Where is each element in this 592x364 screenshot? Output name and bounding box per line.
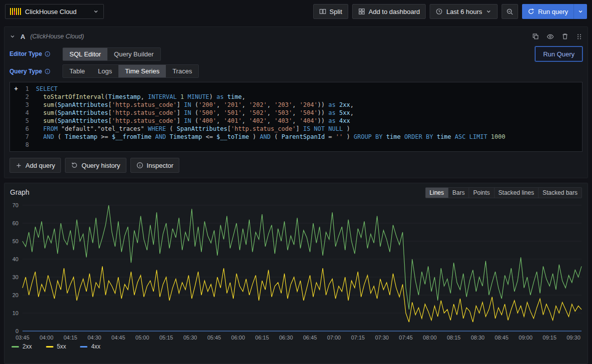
- svg-text:40: 40: [12, 256, 18, 262]
- svg-text:60: 60: [12, 220, 18, 226]
- inspector-button[interactable]: Inspector: [130, 158, 179, 173]
- legend-label: 4xx: [91, 343, 100, 350]
- svg-text:04:30: 04:30: [87, 335, 101, 341]
- code-text: AND ( Timestamp >= $__fromTime AND Times…: [36, 133, 506, 141]
- drag-handle-icon[interactable]: [576, 33, 583, 40]
- svg-text:0: 0: [15, 328, 18, 334]
- svg-text:09:15: 09:15: [543, 335, 557, 341]
- line-number: 4: [20, 109, 29, 117]
- line-number: 1: [20, 85, 29, 93]
- add-query-button[interactable]: Add query: [9, 158, 61, 173]
- inspector-label: Inspector: [147, 162, 173, 169]
- query-type-label: Query Type: [9, 68, 62, 75]
- svg-text:10: 10: [12, 310, 18, 316]
- svg-text:05:00: 05:00: [135, 335, 149, 341]
- info-icon: [44, 68, 50, 74]
- chevron-down-icon: [93, 8, 99, 14]
- topbar: ClickHouse Cloud Split Add to dashboard …: [0, 0, 592, 23]
- clock-icon: [436, 8, 443, 15]
- mode-points[interactable]: Points: [469, 188, 494, 198]
- legend-item-2xx[interactable]: 2xx: [11, 343, 32, 350]
- code-text: toStartOfInterval(Timestamp, INTERVAL 1 …: [36, 93, 245, 101]
- code-lines: +1SELECT2 toStartOfInterval(Timestamp, I…: [12, 85, 580, 149]
- dashboard-grid-icon: [358, 8, 365, 15]
- mode-stacked-lines[interactable]: Stacked lines: [495, 188, 539, 198]
- tab-time-series[interactable]: Time Series: [118, 65, 166, 77]
- mode-bars[interactable]: Bars: [449, 188, 470, 198]
- query-type-row: Query Type Table Logs Time Series Traces: [9, 64, 583, 78]
- plus-icon: [15, 162, 22, 169]
- zoom-out-icon: [506, 8, 514, 15]
- line-number: 5: [20, 117, 29, 125]
- code-line: 7 AND ( Timestamp >= $__fromTime AND Tim…: [12, 133, 580, 141]
- zoom-out-button[interactable]: [502, 4, 518, 19]
- query-header-actions: [532, 33, 583, 40]
- tab-sql-editor[interactable]: SQL Editor: [63, 48, 107, 60]
- chevron-down-icon: [486, 8, 492, 14]
- legend-swatch: [80, 346, 87, 348]
- query-history-button[interactable]: Query history: [65, 158, 126, 173]
- query-datasource-hint: (ClickHouse Cloud): [30, 33, 84, 40]
- svg-text:08:15: 08:15: [447, 335, 461, 341]
- add-query-label: Add query: [25, 162, 55, 169]
- run-query-button[interactable]: Run query: [522, 4, 574, 19]
- graph-legend: 2xx5xx4xx: [4, 343, 588, 353]
- split-label: Split: [330, 8, 342, 15]
- svg-text:04:45: 04:45: [111, 335, 125, 341]
- collapse-chevron-icon[interactable]: [9, 33, 15, 39]
- code-text: FROM "default"."otel_traces" WHERE ( Spa…: [36, 125, 350, 133]
- line-number: 3: [20, 101, 29, 109]
- tab-query-builder[interactable]: Query Builder: [107, 48, 160, 60]
- line-number: 2: [20, 93, 29, 101]
- line-number: 7: [20, 133, 29, 141]
- svg-text:07:45: 07:45: [399, 335, 413, 341]
- code-line: 5 sum(SpanAttributes['http.status_code']…: [12, 117, 580, 125]
- code-text: SELECT: [36, 85, 57, 93]
- eye-icon[interactable]: [547, 33, 554, 40]
- svg-text:09:00: 09:00: [519, 335, 533, 341]
- svg-text:08:00: 08:00: [423, 335, 437, 341]
- run-query-dropdown[interactable]: [574, 4, 587, 19]
- legend-item-4xx[interactable]: 4xx: [80, 343, 100, 350]
- code-line: +1SELECT: [12, 85, 580, 93]
- code-line: 2 toStartOfInterval(Timestamp, INTERVAL …: [12, 93, 580, 101]
- tab-logs[interactable]: Logs: [91, 65, 118, 77]
- legend-swatch: [11, 346, 19, 348]
- code-line: 8: [12, 141, 580, 149]
- duplicate-query-icon[interactable]: [532, 33, 539, 40]
- svg-text:08:30: 08:30: [471, 335, 485, 341]
- time-range-label: Last 6 hours: [446, 8, 482, 15]
- mode-lines[interactable]: Lines: [426, 188, 449, 198]
- legend-label: 5xx: [57, 343, 66, 350]
- query-history-label: Query history: [81, 162, 120, 169]
- code-text: sum(SpanAttributes['http.status_code'] I…: [36, 117, 350, 125]
- svg-text:07:15: 07:15: [351, 335, 365, 341]
- tab-table[interactable]: Table: [63, 65, 91, 77]
- editor-type-label-text: Editor Type: [9, 50, 42, 57]
- graph-header: Graph LinesBarsPointsStacked linesStacke…: [4, 183, 588, 199]
- mode-stacked-bars[interactable]: Stacked bars: [539, 188, 582, 198]
- trash-icon[interactable]: [562, 33, 569, 40]
- svg-text:07:30: 07:30: [375, 335, 389, 341]
- run-query-panel-button[interactable]: Run Query: [535, 46, 583, 61]
- add-to-dashboard-button[interactable]: Add to dashboard: [352, 4, 426, 19]
- svg-text:05:30: 05:30: [183, 335, 197, 341]
- timeseries-chart[interactable]: 01020304050607003:4504:0004:1504:3004:45…: [5, 200, 588, 343]
- sql-code-editor[interactable]: +1SELECT2 toStartOfInterval(Timestamp, I…: [9, 82, 583, 152]
- legend-label: 2xx: [22, 343, 32, 350]
- svg-text:06:15: 06:15: [255, 335, 269, 341]
- svg-text:05:15: 05:15: [159, 335, 173, 341]
- code-text: sum(SpanAttributes['http.status_code'] I…: [36, 109, 354, 117]
- tab-traces[interactable]: Traces: [166, 65, 198, 77]
- add-line-icon[interactable]: +: [12, 85, 20, 93]
- svg-text:04:00: 04:00: [39, 335, 53, 341]
- line-number: 6: [20, 125, 29, 133]
- query-row-header: A (ClickHouse Cloud): [9, 29, 583, 43]
- datasource-picker[interactable]: ClickHouse Cloud: [5, 4, 104, 19]
- add-to-dashboard-label: Add to dashboard: [369, 8, 420, 15]
- split-button[interactable]: Split: [313, 4, 348, 19]
- svg-text:08:45: 08:45: [495, 335, 509, 341]
- run-query-label: Run query: [538, 8, 568, 15]
- legend-item-5xx[interactable]: 5xx: [46, 343, 66, 350]
- time-range-picker[interactable]: Last 6 hours: [430, 4, 498, 19]
